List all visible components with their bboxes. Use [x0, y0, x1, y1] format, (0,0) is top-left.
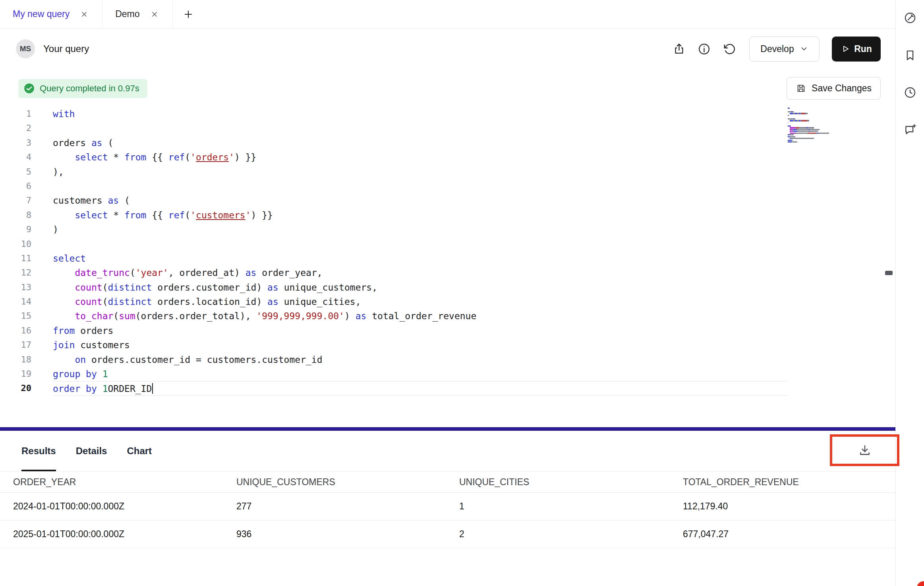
- line-number: 19: [0, 367, 31, 381]
- status-message: Query completed in 0.97s: [40, 83, 139, 94]
- minimap[interactable]: [788, 108, 843, 143]
- line-number: 1: [0, 107, 31, 121]
- avatar: MS: [16, 39, 35, 58]
- info-button[interactable]: [695, 40, 713, 58]
- line-number: 11: [0, 251, 31, 266]
- code-line[interactable]: ),: [53, 165, 788, 179]
- code-lines: withorders as ( select * from {{ ref('or…: [53, 107, 788, 396]
- line-number: 12: [0, 266, 31, 280]
- code-line[interactable]: with: [53, 107, 788, 121]
- tab-results[interactable]: Results: [21, 431, 56, 471]
- develop-dropdown[interactable]: Develop: [749, 37, 820, 62]
- code-line[interactable]: on orders.customer_id = customers.custom…: [53, 353, 788, 367]
- line-number: 9: [0, 222, 31, 237]
- code-line[interactable]: ): [53, 222, 788, 237]
- tab-label: Demo: [115, 9, 139, 19]
- tab-details[interactable]: Details: [76, 431, 107, 471]
- code-line[interactable]: [53, 179, 788, 193]
- query-header: MS Your query: [0, 29, 895, 69]
- history-button[interactable]: [720, 40, 738, 58]
- feedback-button[interactable]: [901, 121, 919, 139]
- download-button[interactable]: [858, 443, 872, 457]
- line-number: 3: [0, 136, 31, 150]
- code-line[interactable]: join customers: [53, 338, 788, 352]
- save-changes-button[interactable]: Save Changes: [787, 77, 881, 100]
- run-button[interactable]: Run: [832, 37, 881, 62]
- column-header: TOTAL_ORDER_REVENUE: [683, 477, 895, 488]
- code-line[interactable]: count(distinct orders.location_id) as un…: [53, 295, 788, 309]
- table-cell: 936: [236, 529, 459, 540]
- share-button[interactable]: [670, 40, 688, 58]
- code-line[interactable]: orders as (: [53, 136, 788, 150]
- app-window: My new query Demo MS Your query: [0, 0, 924, 586]
- header-actions: Develop Run: [670, 37, 881, 62]
- code-line[interactable]: count(distinct orders.customer_id) as un…: [53, 280, 788, 295]
- chevron-down-icon: [800, 44, 808, 53]
- download-icon: [858, 443, 872, 457]
- line-numbers: 1234567891011121314151617181920: [0, 107, 33, 396]
- line-number: 20: [0, 381, 31, 395]
- tab-bar: My new query Demo: [0, 0, 895, 29]
- results-panel: Results Details Chart ORDER_YEARUNIQUE_C…: [0, 431, 895, 586]
- history-icon: [723, 42, 736, 56]
- code-line[interactable]: [53, 237, 788, 251]
- line-number: 16: [0, 324, 31, 338]
- column-header: ORDER_YEAR: [13, 477, 236, 488]
- panel-resize-handle[interactable]: [0, 427, 895, 431]
- line-number: 5: [0, 165, 31, 179]
- page-title: Your query: [43, 43, 89, 54]
- explore-button[interactable]: [901, 9, 919, 27]
- share-icon: [673, 42, 686, 56]
- line-number: 10: [0, 237, 31, 251]
- code-line[interactable]: order by 1ORDER_ID: [53, 381, 788, 395]
- history-sidebar-button[interactable]: [901, 84, 919, 101]
- close-icon[interactable]: [149, 9, 160, 19]
- code-line[interactable]: select * from {{ ref('customers') }}: [53, 208, 788, 222]
- line-number: 14: [0, 295, 31, 309]
- scrollbar-thumb[interactable]: [885, 271, 893, 275]
- feedback-icon: [903, 123, 917, 137]
- status-badge: Query completed in 0.97s: [18, 79, 147, 98]
- new-tab-button[interactable]: [173, 0, 204, 28]
- play-icon: [841, 44, 850, 54]
- code-line[interactable]: select: [53, 251, 788, 266]
- line-number: 15: [0, 309, 31, 323]
- run-label: Run: [854, 44, 872, 54]
- code-line[interactable]: date_trunc('year', ordered_at) as order_…: [53, 266, 788, 280]
- tab-my-new-query[interactable]: My new query: [0, 0, 102, 28]
- bookmark-button[interactable]: [901, 46, 919, 64]
- save-icon: [796, 83, 806, 94]
- tab-label: My new query: [13, 9, 70, 19]
- history-icon: [903, 86, 917, 99]
- code-line[interactable]: customers as (: [53, 193, 788, 208]
- column-header: UNIQUE_CUSTOMERS: [236, 477, 459, 488]
- table-body: 2024-01-01T00:00:00.000Z2771112,179.4020…: [0, 493, 895, 548]
- status-row: Query completed in 0.97s Save Changes: [0, 77, 895, 100]
- bookmark-icon: [903, 48, 917, 62]
- close-icon[interactable]: [79, 9, 89, 19]
- code-line[interactable]: group by 1: [53, 367, 788, 381]
- line-number: 4: [0, 150, 31, 164]
- table-cell: 2: [459, 529, 683, 540]
- table-cell: 112,179.40: [683, 501, 895, 512]
- column-header: UNIQUE_CITIES: [459, 477, 683, 488]
- table-cell: 2025-01-01T00:00:00.000Z: [13, 529, 236, 540]
- tab-demo[interactable]: Demo: [102, 0, 172, 28]
- code-line[interactable]: select * from {{ ref('orders') }}: [53, 150, 788, 164]
- save-label: Save Changes: [812, 83, 872, 94]
- code-line[interactable]: [53, 121, 788, 135]
- check-circle-icon: [24, 83, 35, 94]
- line-number: 6: [0, 179, 31, 193]
- line-number: 8: [0, 208, 31, 222]
- tab-chart[interactable]: Chart: [127, 431, 152, 471]
- code-editor[interactable]: 1234567891011121314151617181920 withorde…: [0, 100, 895, 427]
- text-cursor: [152, 383, 153, 394]
- table-row[interactable]: 2025-01-01T00:00:00.000Z9362677,047.27: [0, 520, 895, 548]
- info-icon: [698, 42, 711, 56]
- line-number: 2: [0, 121, 31, 135]
- table-row[interactable]: 2024-01-01T00:00:00.000Z2771112,179.40: [0, 493, 895, 520]
- line-number: 13: [0, 280, 31, 295]
- code-line[interactable]: to_char(sum(orders.order_total), '999,99…: [53, 309, 788, 323]
- line-number: 17: [0, 338, 31, 352]
- code-line[interactable]: from orders: [53, 324, 788, 338]
